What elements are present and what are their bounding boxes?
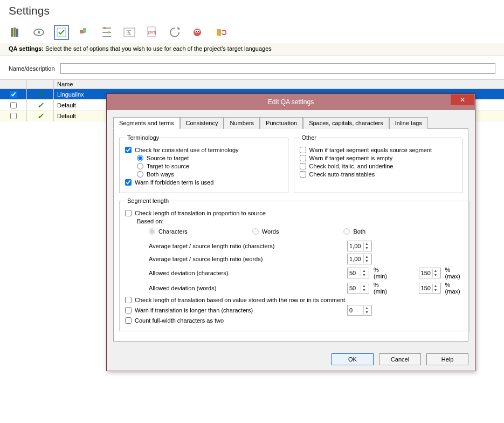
svg-rect-17 — [217, 29, 221, 36]
check-sheet-icon[interactable] — [54, 25, 69, 40]
tab-consistency[interactable]: Consistency — [180, 117, 224, 121]
svg-point-15 — [196, 31, 197, 32]
sic-doc-icon[interactable]: [sic!] — [144, 25, 160, 40]
tab-bar: Segments and termsConsistencyNumbersPunc… — [113, 117, 468, 121]
puzzle-icon[interactable] — [77, 25, 92, 40]
page-title: Settings — [0, 0, 504, 19]
row-checkbox[interactable] — [10, 91, 17, 98]
name-input[interactable] — [60, 63, 495, 74]
name-label: Name/description — [9, 65, 55, 72]
books-icon[interactable] — [9, 25, 24, 40]
svg-point-6 — [103, 27, 106, 29]
refresh-icon[interactable] — [212, 25, 227, 40]
toolbar: 五 [sic!] — [0, 19, 504, 43]
svg-rect-2 — [16, 29, 18, 37]
edit-qa-dialog: Edit QA settings ✕ Segments and termsCon… — [106, 93, 475, 121]
bug-icon[interactable] — [190, 25, 205, 40]
loop-icon[interactable] — [167, 25, 182, 40]
tab-inline-tags[interactable]: Inline tags — [389, 117, 428, 121]
svg-rect-0 — [11, 28, 13, 37]
grid-header-name[interactable]: Name — [54, 80, 504, 88]
tab-punctuation[interactable]: Punctuation — [260, 117, 303, 121]
paths-icon[interactable] — [99, 25, 114, 40]
checkmark-icon: ✓ — [37, 112, 44, 120]
svg-text:[sic!]: [sic!] — [148, 30, 156, 35]
qa-description: Select the set of options that you wish … — [45, 45, 272, 52]
checkmark-icon: ✓ — [37, 90, 44, 99]
svg-rect-4 — [38, 31, 40, 33]
svg-point-16 — [198, 31, 199, 32]
close-icon[interactable]: ✕ — [451, 94, 474, 105]
dialog-titlebar[interactable]: Edit QA settings ✕ — [107, 94, 475, 110]
svg-point-7 — [108, 31, 110, 33]
row-checkbox[interactable] — [10, 102, 17, 108]
qa-label: QA settings: — [9, 45, 44, 52]
checkmark-icon: ✓ — [37, 101, 44, 110]
qa-description-bar: QA settings: Select the set of options t… — [0, 43, 504, 56]
svg-rect-1 — [13, 28, 16, 37]
char-table-icon[interactable]: 五 — [122, 25, 137, 40]
svg-point-12 — [194, 29, 201, 36]
tab-spaces-capitals-characters[interactable]: Spaces, capitals, characters — [303, 117, 389, 121]
dialog-title-text: Edit QA settings — [107, 98, 475, 106]
svg-text:五: 五 — [126, 30, 132, 36]
row-checkbox[interactable] — [10, 113, 17, 119]
tab-segments-and-terms[interactable]: Segments and terms — [113, 117, 180, 121]
grid-header: Name — [0, 79, 504, 89]
scanner-icon[interactable] — [31, 25, 46, 40]
tab-numbers[interactable]: Numbers — [224, 117, 260, 121]
